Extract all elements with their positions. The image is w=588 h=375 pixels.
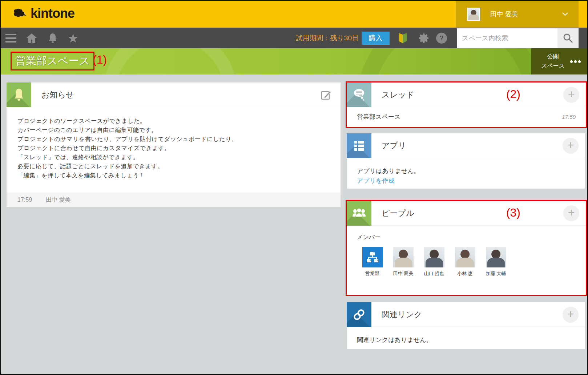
member-name: 田中 愛美: [393, 270, 414, 277]
add-people-button[interactable]: +: [563, 205, 579, 221]
thread-item-time: 17:59: [562, 114, 576, 120]
help-icon[interactable]: ?: [436, 33, 447, 44]
settings-gear-icon[interactable]: [416, 28, 432, 48]
announcement-line: 「編集」を押して本文を編集してみましょう！: [17, 171, 330, 180]
photo-female: [455, 247, 475, 267]
search-input[interactable]: [457, 28, 557, 48]
thread-bubble-icon: [347, 82, 371, 107]
related-links-panel: 関連リンク + 関連リンクはありません。: [347, 302, 585, 349]
create-app-link[interactable]: アプリを作成: [357, 176, 575, 186]
edit-pencil-icon: [321, 90, 331, 100]
photo-female: [393, 247, 414, 267]
search-button[interactable]: [557, 28, 579, 48]
announcement-author[interactable]: 田中 愛美: [46, 196, 71, 204]
announcement-time: 17:59: [17, 197, 32, 203]
announcement-line: プロジェクトのサマリを書いたり、アプリを貼付けてダッシュボードにしたり、: [17, 134, 330, 144]
chevron-down-icon: [562, 12, 568, 16]
thread-item-label[interactable]: 営業部スペース: [357, 113, 400, 121]
people-panel: ピープル (3) + メンバー 営業部田中 愛美山口 哲也小林 恵加藤 大輔: [347, 201, 586, 295]
space-banner: 営業部スペース (1) 公開 スペース: [1, 48, 587, 74]
kintone-logo[interactable]: kintone: [13, 6, 74, 21]
member-name: 加藤 大輔: [486, 270, 506, 277]
people-header: ピープル (3) +: [347, 201, 586, 226]
people-body: メンバー 営業部田中 愛美山口 哲也小林 恵加藤 大輔: [347, 226, 586, 277]
thread-item[interactable]: 営業部スペース17:59: [347, 107, 586, 126]
thread-header: スレッド (2) +: [347, 82, 586, 107]
announcement-header: お知らせ: [7, 82, 341, 107]
user-name: 田中 愛美: [490, 10, 518, 19]
space-title[interactable]: 営業部スペース: [15, 54, 90, 68]
people-title: ピープル: [382, 201, 414, 226]
beginner-guide-icon[interactable]: [395, 28, 410, 48]
apps-title: アプリ: [382, 133, 406, 158]
member-item[interactable]: 営業部: [357, 247, 388, 277]
member-item[interactable]: 小林 恵: [450, 247, 480, 277]
member-item[interactable]: 山口 哲也: [419, 247, 450, 277]
member-item[interactable]: 田中 愛美: [388, 247, 419, 277]
user-menu[interactable]: 田中 愛美: [456, 1, 579, 28]
space-options-icon[interactable]: [570, 60, 581, 63]
trial-period-text: 試用期間：残り30日: [1, 28, 359, 48]
add-app-button[interactable]: +: [563, 138, 579, 154]
annotation-1: (1): [93, 53, 107, 66]
announcement-line: 必要に応じて、話題ごとにスレッドを追加できます。: [17, 162, 330, 171]
related-links-header: 関連リンク +: [347, 302, 585, 327]
announcement-footer: 17:59 田中 愛美: [7, 193, 341, 207]
related-links-empty-text: 関連リンクはありません。: [357, 336, 575, 344]
member-name: 小林 恵: [457, 270, 473, 277]
member-name: 営業部: [365, 270, 379, 277]
announcement-panel: お知らせ プロジェクトのワークスペースができました。カバーページのこのエリアは自…: [7, 82, 341, 207]
announcement-line: プロジェクトに合わせて自由にカスタマイズできます。: [17, 144, 330, 153]
org-chart-icon: [362, 247, 383, 267]
related-links-title: 関連リンク: [382, 302, 422, 327]
members-row: 営業部田中 愛美山口 哲也小林 恵加藤 大輔: [357, 247, 576, 277]
thread-panel: スレッド (2) + 営業部スペース17:59: [347, 82, 586, 127]
annotation-3: (3): [506, 206, 520, 219]
announcement-line: プロジェクトのワークスペースができました。: [17, 116, 330, 125]
kintone-space-page: kintone 田中 愛美 ★ 試用期間：残り30日 購入 ?: [0, 0, 588, 375]
global-toolbar: ★ 試用期間：残り30日 購入 ?: [1, 28, 587, 48]
add-thread-button[interactable]: +: [563, 87, 579, 103]
thread-list: 営業部スペース17:59: [347, 107, 586, 126]
apps-panel: アプリ + アプリはありません。 アプリを作成: [347, 133, 585, 189]
member-item[interactable]: 加藤 大輔: [480, 247, 511, 277]
photo-male: [486, 247, 506, 267]
apps-header: アプリ +: [347, 133, 585, 158]
announcement-body: プロジェクトのワークスペースができました。カバーページのこのエリアは自由に編集可…: [7, 107, 341, 180]
member-name: 山口 哲也: [424, 270, 444, 277]
space-title-highlight-box: 営業部スペース: [11, 52, 94, 70]
kintone-cloud-icon: [13, 8, 28, 19]
related-links-body: 関連リンクはありません。: [347, 327, 585, 344]
add-link-button[interactable]: +: [563, 307, 579, 323]
members-label: メンバー: [357, 234, 576, 241]
logo-text: kintone: [31, 6, 74, 21]
people-group-icon: [347, 201, 371, 226]
announcement-bell-icon: [7, 82, 31, 107]
announcement-line: 「スレッド」では、連絡や相談ができます。: [17, 153, 330, 162]
space-visibility-button[interactable]: 公開 スペース: [531, 48, 587, 74]
photo-male: [424, 247, 444, 267]
thread-title: スレッド: [382, 82, 414, 107]
search-icon: [563, 33, 573, 44]
buy-button[interactable]: 購入: [362, 32, 390, 45]
announcement-title: お知らせ: [41, 82, 74, 107]
announcement-line: カバーページのこのエリアは自由に編集可能です。: [17, 125, 330, 134]
app-header: kintone 田中 愛美: [1, 1, 587, 28]
apps-empty-text: アプリはありません。: [357, 166, 575, 176]
user-avatar: [467, 8, 480, 21]
annotation-2: (2): [506, 88, 520, 101]
visibility-label: 公開 スペース: [541, 52, 565, 70]
edit-announcement-button[interactable]: [321, 90, 331, 101]
apps-body: アプリはありません。 アプリを作成: [347, 158, 585, 186]
chain-link-icon: [347, 302, 371, 327]
apps-list-icon: [347, 133, 371, 158]
